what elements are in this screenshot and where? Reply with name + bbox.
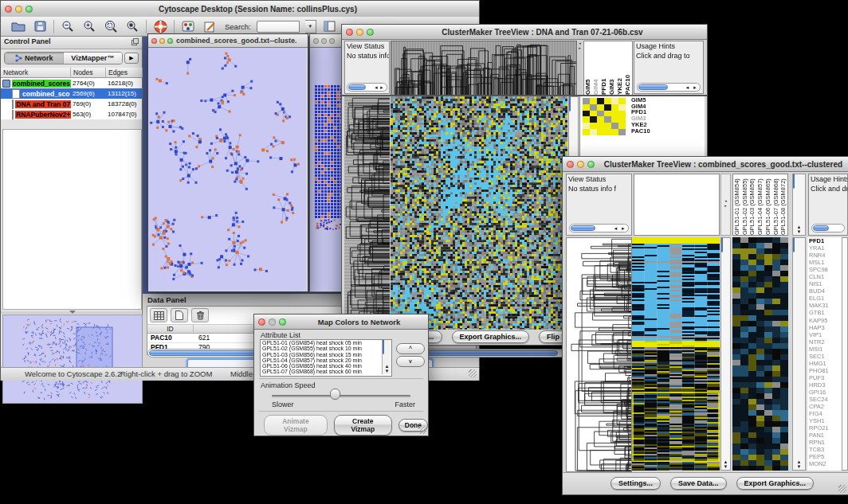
minimize-button[interactable] <box>321 38 327 44</box>
close-button[interactable] <box>567 161 574 168</box>
matrix-cell[interactable] <box>604 104 611 111</box>
scrollbar-thumb[interactable] <box>569 96 571 111</box>
gene-label[interactable]: CPA2 <box>809 403 842 410</box>
matrix-cell[interactable] <box>583 129 590 135</box>
dialog-button-1[interactable]: Animate Vizmap <box>264 415 328 436</box>
col-network[interactable]: Network <box>1 68 71 78</box>
listbox-scrollbar[interactable]: ▲▼ <box>382 340 391 374</box>
gene-label[interactable]: PFD1 <box>809 237 842 244</box>
new-attribute-button[interactable] <box>171 308 188 322</box>
matrix-cell[interactable] <box>618 116 626 123</box>
scrollbar-arrows[interactable]: ◄► <box>374 85 387 90</box>
matrix-cell[interactable] <box>597 104 604 111</box>
select-attributes-button[interactable] <box>150 308 167 322</box>
gene-label[interactable]: MSL1 <box>809 259 842 266</box>
annotation-button[interactable] <box>202 19 218 34</box>
matrix-cell[interactable] <box>590 98 597 104</box>
gene-label[interactable]: BUD4 <box>809 287 842 295</box>
matrix-cell[interactable] <box>618 104 626 111</box>
titlebar[interactable]: ClusterMaker TreeView : DNA and Tran 07-… <box>342 25 707 40</box>
attribute-listbox[interactable]: GPL51-01 (GSM854) heat shock 05 minGPL51… <box>260 339 392 377</box>
gene-label[interactable]: PUF3 <box>809 374 842 381</box>
matrix-cell[interactable] <box>590 111 597 117</box>
zoom-button[interactable] <box>26 6 33 13</box>
gene-label[interactable]: SPC98 <box>809 266 842 273</box>
tab-overflow-button[interactable]: ▶ <box>124 53 139 64</box>
scrollbar-arrows[interactable]: ▲▼ <box>793 225 805 234</box>
matrix-cell[interactable] <box>604 129 611 135</box>
gene-label[interactable]: HRD3 <box>809 381 842 389</box>
tab-vizmapper[interactable]: VizMapper™ <box>64 53 123 64</box>
gene-label[interactable]: RNR4 <box>809 252 842 259</box>
panel-splitter[interactable] <box>1 310 141 314</box>
search-options-button[interactable] <box>322 19 338 34</box>
gene-label[interactable]: HMG1 <box>809 360 842 367</box>
column-label[interactable]: YKE2 <box>616 41 624 95</box>
matrix-cell[interactable] <box>583 111 590 117</box>
scrollbar-arrows[interactable]: ▲▼ <box>721 459 730 469</box>
network-tree-row[interactable]: RNAPuberNov2+I563(0)107847(0) <box>1 109 142 119</box>
close-button[interactable] <box>346 29 353 36</box>
splitter[interactable]: ◂▸ <box>720 174 731 236</box>
array-label[interactable]: GPL51-04 (GSM857) <box>756 174 764 235</box>
gene-label[interactable]: KAP95 <box>809 317 842 324</box>
matrix-cell[interactable] <box>590 104 597 111</box>
column-label[interactable]: PFD1 <box>600 41 608 95</box>
gene-label[interactable]: ELG1 <box>809 295 842 302</box>
gene-label[interactable]: PAN1 <box>809 432 842 439</box>
scrollbar-thumb[interactable] <box>793 237 795 252</box>
gene-label[interactable]: CLN1 <box>809 273 842 280</box>
open-file-button[interactable] <box>10 19 26 34</box>
scrollbar-thumb[interactable] <box>721 237 723 252</box>
scrollbar-arrows[interactable]: ◄ ► <box>613 226 628 231</box>
gene-label[interactable]: NTR2 <box>809 338 842 346</box>
matrix-cell[interactable] <box>604 123 611 129</box>
minimize-button[interactable] <box>269 318 276 326</box>
matrix-cell[interactable] <box>597 98 604 104</box>
array-label[interactable]: GPL51-03 (GSM856) <box>748 174 756 235</box>
matrix-cell[interactable] <box>611 129 618 135</box>
column-label[interactable]: GIM3 <box>608 41 616 95</box>
column-labels-scrollbar[interactable]: ▲▼ <box>792 174 806 236</box>
matrix-cell[interactable] <box>590 123 597 129</box>
matrix-cell[interactable] <box>618 129 626 135</box>
close-button[interactable] <box>258 318 265 326</box>
matrix-cell[interactable] <box>604 98 611 104</box>
gene-label[interactable]: NIS1 <box>809 280 842 287</box>
column-dendrogram-area[interactable] <box>634 174 720 236</box>
gene-label[interactable]: PEP5 <box>809 453 842 460</box>
attribute-item[interactable]: GPL51-01 (GSM854) heat shock 05 min <box>261 340 391 346</box>
matrix-cell[interactable] <box>618 123 626 129</box>
matrix-cell[interactable] <box>590 116 597 123</box>
scrollbar-thumb[interactable] <box>571 225 595 231</box>
column-label[interactable]: GIM5 <box>584 41 592 95</box>
main-titlebar[interactable]: Cytoscape Desktop (Session Name: collins… <box>1 1 479 18</box>
scrollbar-thumb[interactable] <box>348 84 366 90</box>
zoom-button[interactable] <box>329 38 335 44</box>
gene-label[interactable]: SEC1 <box>809 353 842 360</box>
treeview1-button-2[interactable]: Export Graphics... <box>452 330 530 343</box>
matrix-cell[interactable] <box>583 98 590 104</box>
dialog-button-2[interactable]: Create Vizmap <box>334 415 392 436</box>
gene-label[interactable]: GPI16 <box>809 389 842 396</box>
resize-grip[interactable] <box>838 485 846 493</box>
gene-label[interactable]: HAP3 <box>809 324 842 331</box>
matrix-cell[interactable] <box>597 129 604 135</box>
col-id[interactable]: ID <box>147 325 194 333</box>
view-status-scrollbar[interactable]: ◄► <box>347 83 387 92</box>
gene-label[interactable]: RPN1 <box>809 439 842 446</box>
zoom-button[interactable] <box>167 38 173 44</box>
matrix-cell[interactable] <box>611 116 618 123</box>
row-dendrogram[interactable] <box>566 237 632 472</box>
matrix-cell[interactable] <box>583 104 590 111</box>
attribute-item[interactable]: GPL51-03 (GSM856) heat shock 15 min <box>261 352 391 357</box>
usage-hints-scrollbar[interactable] <box>811 224 845 232</box>
splitter[interactable]: ◂▸ <box>578 41 582 94</box>
help-button[interactable] <box>152 19 168 34</box>
view-status-scrollbar[interactable]: ◄ ► <box>569 224 629 232</box>
attribute-item[interactable]: GPL51-04 (GSM857) heat shock 20 min <box>261 357 391 363</box>
matrix-cell[interactable] <box>604 116 611 123</box>
resize-grip[interactable] <box>418 426 426 434</box>
float-panel-icon[interactable] <box>132 38 139 47</box>
treeview2-button-2[interactable]: Save Data... <box>670 477 727 490</box>
